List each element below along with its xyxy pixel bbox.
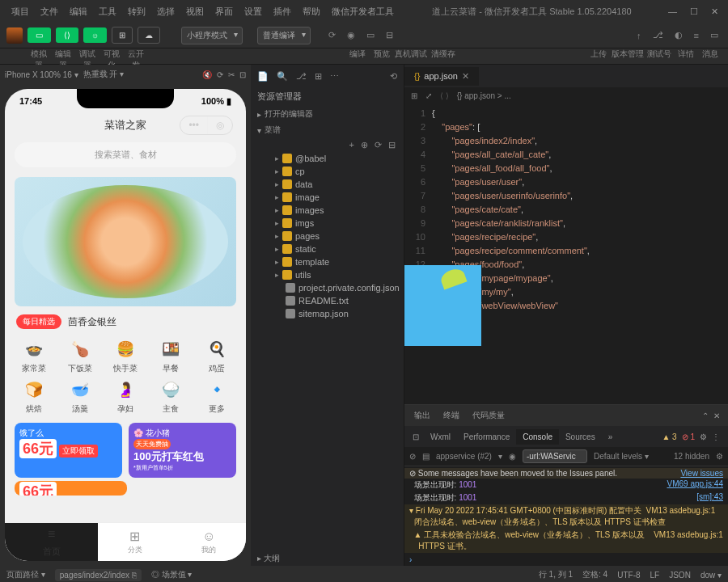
tree-node[interactable]: template	[251, 255, 404, 268]
menu-帮助[interactable]: 帮助	[298, 4, 325, 19]
menu-设置[interactable]: 设置	[239, 4, 267, 19]
tree-node[interactable]: data	[251, 178, 404, 191]
filter-input[interactable]	[523, 449, 587, 463]
remote-debug-button[interactable]: ▭	[363, 27, 378, 44]
console-prompt[interactable]: ›	[404, 554, 728, 566]
console-clear-icon[interactable]: ⊘	[409, 452, 416, 461]
promo-orange[interactable]: 66元	[15, 481, 127, 496]
compile-button[interactable]: ⟳	[325, 27, 339, 44]
editor-nav-icon[interactable]: ⤢	[425, 91, 432, 100]
message-button[interactable]: ▭	[707, 27, 722, 44]
capsule-more-button[interactable]: •••	[180, 116, 207, 134]
console-tab-terminal[interactable]: 终端	[437, 407, 466, 424]
version-button[interactable]: ⎇	[650, 27, 667, 44]
tree-node[interactable]: utils	[251, 268, 404, 281]
compile-mode-select[interactable]: 普通编译	[257, 27, 311, 44]
devtools-tab-sources[interactable]: Sources	[559, 429, 602, 445]
mute-icon[interactable]: 🔇	[202, 70, 212, 79]
category-item[interactable]: 🍳鸡蛋	[196, 337, 238, 374]
collapse-all-icon[interactable]: ⊟	[388, 140, 396, 150]
eol-info[interactable]: LF	[650, 571, 660, 580]
upload-button[interactable]: ↑	[633, 27, 645, 44]
new-file-icon[interactable]: +	[349, 140, 354, 150]
new-folder-icon[interactable]: ⊕	[361, 140, 368, 150]
device-select[interactable]: iPhone X 100% 16 ▾	[5, 70, 78, 79]
breadcrumb[interactable]: {} app.json > ...	[457, 91, 511, 100]
devtools-menu-icon[interactable]: ⋮	[707, 432, 725, 441]
ext-icon[interactable]: ⊞	[315, 71, 322, 82]
files-icon[interactable]: 📄	[257, 71, 269, 82]
tree-node[interactable]: static	[251, 242, 404, 255]
avatar-icon[interactable]	[6, 27, 23, 44]
code-editor[interactable]: 12345678910111213141516 { "pages": [ "pa…	[404, 103, 728, 404]
minimize-button[interactable]: —	[665, 3, 680, 20]
console-sidebar-icon[interactable]: ▤	[422, 452, 430, 461]
mode-select[interactable]: 小程序模式	[181, 27, 243, 44]
indent-info[interactable]: 空格: 4	[582, 569, 607, 580]
cloud-button[interactable]: ☁	[138, 27, 160, 44]
category-item[interactable]: 🥣汤羹	[58, 377, 100, 415]
banner-image[interactable]	[15, 177, 236, 306]
search-input[interactable]: 搜索菜谱、食材	[15, 142, 236, 167]
levels-select[interactable]: Default levels ▾	[594, 452, 649, 461]
console-expand-icon[interactable]: ⌃	[702, 411, 709, 420]
console-tab-quality[interactable]: 代码质量	[466, 407, 511, 424]
visual-button[interactable]: ⊞	[112, 27, 133, 44]
tree-node[interactable]: images	[251, 204, 404, 217]
encoding-info[interactable]: UTF-8	[617, 571, 640, 580]
phone-tab[interactable]: ⊞分类	[98, 523, 171, 561]
collapse-icon[interactable]: ⟲	[390, 71, 397, 82]
code-content[interactable]: { "pages": [ "pages/index2/index", "page…	[432, 103, 728, 404]
category-item[interactable]: 🍞烘焙	[13, 377, 55, 415]
console-tab-output[interactable]: 输出	[408, 407, 437, 424]
close-button[interactable]: ✕	[708, 3, 722, 20]
editor-button[interactable]: ⟨⟩	[56, 27, 78, 43]
maximize-button[interactable]: ☐	[687, 3, 701, 20]
category-item[interactable]: 🍱早餐	[150, 337, 192, 374]
category-item[interactable]: 🍔快手菜	[104, 337, 146, 374]
hotreload-toggle[interactable]: 热重载 开 ▾	[83, 69, 125, 80]
simulator-button[interactable]: ▭	[28, 27, 51, 43]
live-icon[interactable]: ◉	[509, 452, 516, 461]
dow-select[interactable]: dow ▾	[700, 571, 722, 580]
sim-pop-icon[interactable]: ⊡	[239, 70, 246, 79]
context-select[interactable]: appservice (#2)	[436, 452, 492, 461]
preview-button[interactable]: ◉	[344, 27, 358, 44]
promo-eleme[interactable]: 饿了么 66元 立即领取	[15, 423, 122, 478]
category-item[interactable]: 🍚主食	[150, 377, 192, 415]
tab-app-json[interactable]: {}app.json✕	[404, 67, 479, 86]
project-section[interactable]: ▾ 菜谱	[251, 122, 404, 138]
search-icon[interactable]: 🔍	[277, 71, 288, 82]
devtools-settings-icon[interactable]: ⚙	[700, 432, 707, 441]
category-item[interactable]: 🍗下饭菜	[58, 337, 100, 374]
sim-more-icon[interactable]: ⟳	[217, 70, 223, 79]
menu-项目[interactable]: 项目	[6, 4, 34, 19]
menu-视图[interactable]: 视图	[181, 4, 209, 19]
tree-node[interactable]: pages	[251, 230, 404, 242]
debugger-button[interactable]: ☼	[83, 27, 107, 43]
tree-node[interactable]: @babel	[251, 152, 404, 165]
clear-cache-button[interactable]: ⊟	[383, 27, 396, 44]
phone-tab[interactable]: ≡首页	[5, 523, 98, 561]
error-count[interactable]: ⊘ 1	[677, 432, 700, 441]
open-editors-section[interactable]: ▸ 打开的编辑器	[251, 106, 404, 122]
language-mode[interactable]: JSON	[669, 571, 691, 580]
promo-huaxiaozhu[interactable]: 🌸 花小猪 天天免费抽 100元打车红包 *新用户首单5折	[129, 423, 236, 478]
category-item[interactable]: 🍲家常菜	[13, 337, 55, 374]
scene-value[interactable]: ◎ 场景值 ▾	[151, 569, 193, 580]
branch-icon[interactable]: ⎇	[296, 71, 307, 82]
detail-button[interactable]: ≡	[691, 27, 702, 44]
category-item[interactable]: 🔹更多	[196, 377, 238, 415]
tree-node[interactable]: README.txt	[251, 294, 404, 307]
menu-微信开发者工具[interactable]: 微信开发者工具	[327, 4, 399, 19]
devtools-tab-wxml[interactable]: Wxml	[424, 429, 457, 445]
page-path[interactable]: pages/index2/index ⎘	[55, 569, 142, 581]
devtools-tab-perf[interactable]: Performance	[457, 429, 516, 445]
tree-node[interactable]: image	[251, 191, 404, 204]
phone-tab[interactable]: ☺我的	[172, 523, 246, 561]
menu-转到[interactable]: 转到	[123, 4, 150, 19]
tree-node[interactable]: project.private.config.json	[251, 281, 404, 294]
menu-文件[interactable]: 文件	[36, 4, 63, 19]
devtools-tab-console[interactable]: Console	[516, 429, 559, 445]
devtools-inspect-icon[interactable]: ⊡	[408, 432, 424, 441]
